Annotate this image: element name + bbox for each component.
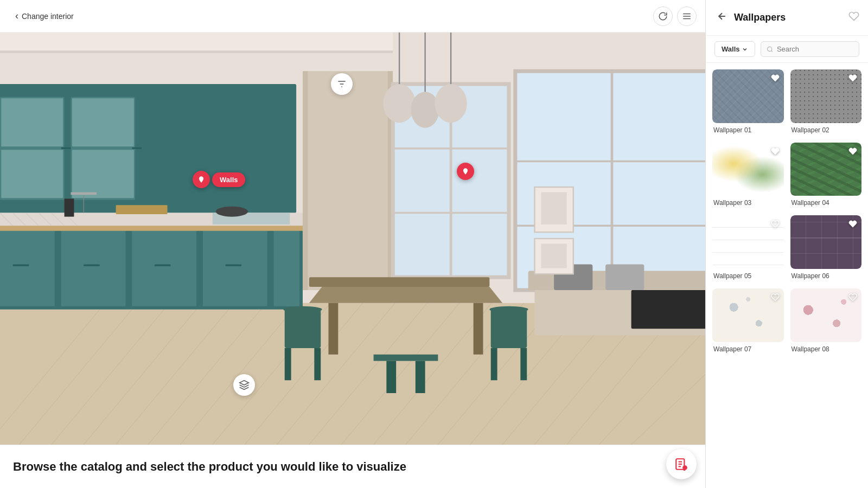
wallpaper-label-wp02: Wallpaper 02 xyxy=(790,123,862,136)
svg-rect-84 xyxy=(285,348,291,380)
svg-rect-36 xyxy=(61,147,71,149)
wallpaper-item-wp02[interactable]: Wallpaper 02 xyxy=(790,69,862,136)
instruction-bar: Browse the catalog and select the produc… xyxy=(0,445,705,488)
svg-rect-85 xyxy=(314,348,321,380)
svg-point-75 xyxy=(411,92,439,128)
wallpaper-label-wp03: Wallpaper 03 xyxy=(712,196,784,209)
change-interior-button[interactable]: ‹ Change interior xyxy=(9,7,80,25)
svg-line-118 xyxy=(771,50,773,52)
svg-marker-79 xyxy=(309,287,502,303)
wallpaper-label-wp01: Wallpaper 01 xyxy=(712,123,784,136)
walls-annotation[interactable]: Walls xyxy=(193,171,245,188)
svg-rect-90 xyxy=(374,355,438,361)
svg-text:!: ! xyxy=(684,466,685,471)
change-interior-label: Change interior xyxy=(22,12,74,21)
panel-title: Wallpapers xyxy=(734,12,848,23)
svg-rect-91 xyxy=(386,361,396,393)
instruction-text: Browse the catalog and select the produc… xyxy=(13,460,406,474)
wallpaper-fav-wp06[interactable] xyxy=(848,220,857,230)
svg-rect-97 xyxy=(631,290,705,329)
svg-rect-39 xyxy=(0,229,55,306)
svg-rect-83 xyxy=(285,310,321,348)
svg-rect-47 xyxy=(155,265,171,267)
svg-point-117 xyxy=(768,47,772,51)
wallpaper-fav-wp07[interactable] xyxy=(771,293,780,304)
wallpaper-item-wp03[interactable]: Wallpaper 03 xyxy=(712,143,784,209)
wallpaper-fav-wp05[interactable] xyxy=(771,220,780,230)
svg-rect-30 xyxy=(1,98,63,146)
svg-rect-42 xyxy=(203,229,267,306)
svg-rect-104 xyxy=(65,198,74,216)
svg-rect-33 xyxy=(72,98,134,146)
svg-point-103 xyxy=(216,207,248,217)
svg-rect-78 xyxy=(309,277,490,287)
svg-rect-59 xyxy=(303,71,308,290)
wallpaper-grid: Wallpaper 01Wallpaper 02Wallpaper 03Wall… xyxy=(706,63,868,488)
svg-rect-48 xyxy=(225,265,241,267)
svg-rect-58 xyxy=(303,71,393,290)
svg-rect-92 xyxy=(416,361,425,393)
svg-rect-40 xyxy=(61,229,126,306)
svg-rect-101 xyxy=(541,244,567,268)
svg-rect-80 xyxy=(328,303,338,355)
top-bar-actions xyxy=(653,7,697,26)
svg-marker-110 xyxy=(240,381,249,385)
wallpaper-item-wp07[interactable]: Wallpaper 07 xyxy=(712,288,784,355)
svg-point-77 xyxy=(435,84,467,123)
svg-rect-46 xyxy=(84,265,100,267)
menu-button[interactable] xyxy=(677,7,697,26)
search-input[interactable] xyxy=(777,45,853,53)
walls-dropdown[interactable]: Walls xyxy=(714,41,755,57)
svg-rect-102 xyxy=(116,205,168,214)
search-icon xyxy=(767,46,773,53)
search-box xyxy=(761,41,859,57)
top-bar: ‹ Change interior xyxy=(0,0,705,33)
walls-dropdown-label: Walls xyxy=(722,45,739,53)
panel-favorite-button[interactable] xyxy=(848,11,859,24)
wallpaper-fav-wp02[interactable] xyxy=(848,74,857,85)
svg-rect-96 xyxy=(605,265,644,291)
panel-header: Wallpapers xyxy=(706,0,868,36)
interior-view-panel: ‹ Change interior xyxy=(0,0,705,488)
svg-rect-88 xyxy=(491,348,497,380)
help-fab-button[interactable]: ! xyxy=(666,449,697,479)
svg-rect-34 xyxy=(72,150,134,198)
wallpaper-label-wp06: Wallpaper 06 xyxy=(790,269,862,282)
wallpaper-item-wp06[interactable]: Wallpaper 06 xyxy=(790,215,862,282)
layers-button[interactable] xyxy=(233,374,255,396)
wallpaper-catalog-panel: Wallpapers Walls Wallpaper 01Wallpaper 0… xyxy=(705,0,868,488)
wallpaper-item-wp01[interactable]: Wallpaper 01 xyxy=(712,69,784,136)
wallpaper-fav-wp04[interactable] xyxy=(848,147,857,158)
svg-rect-37 xyxy=(132,147,142,149)
walls-pin-right[interactable] xyxy=(457,163,474,180)
svg-rect-31 xyxy=(1,150,63,198)
svg-rect-43 xyxy=(274,229,300,306)
interior-scene: Walls xyxy=(0,33,705,445)
wallpaper-label-wp04: Wallpaper 04 xyxy=(790,196,862,209)
rotate-button[interactable] xyxy=(653,7,673,26)
wallpaper-item-wp04[interactable]: Wallpaper 04 xyxy=(790,143,862,209)
svg-rect-45 xyxy=(13,265,29,267)
wallpaper-fav-wp03[interactable] xyxy=(771,147,780,158)
chevron-left-icon: ‹ xyxy=(15,10,18,22)
svg-rect-99 xyxy=(541,192,567,224)
scene-filter-button[interactable] xyxy=(331,73,353,95)
svg-rect-81 xyxy=(474,303,483,355)
filter-bar: Walls xyxy=(706,36,868,63)
wallpaper-label-wp07: Wallpaper 07 xyxy=(712,342,784,355)
walls-pin-left[interactable] xyxy=(193,171,210,188)
wallpaper-item-wp08[interactable]: Wallpaper 08 xyxy=(790,288,862,355)
svg-rect-87 xyxy=(491,310,527,348)
svg-rect-41 xyxy=(132,229,196,306)
wallpaper-label-wp05: Wallpaper 05 xyxy=(712,269,784,282)
wallpaper-fav-wp01[interactable] xyxy=(771,74,780,85)
svg-rect-106 xyxy=(71,192,97,195)
svg-point-73 xyxy=(383,84,415,123)
wallpaper-fav-wp08[interactable] xyxy=(848,293,857,304)
wallpaper-label-wp08: Wallpaper 08 xyxy=(790,342,862,355)
wallpaper-item-wp05[interactable]: Wallpaper 05 xyxy=(712,215,784,282)
walls-bubble-label[interactable]: Walls xyxy=(212,172,245,187)
svg-rect-89 xyxy=(520,348,527,380)
panel-back-button[interactable] xyxy=(714,9,730,27)
